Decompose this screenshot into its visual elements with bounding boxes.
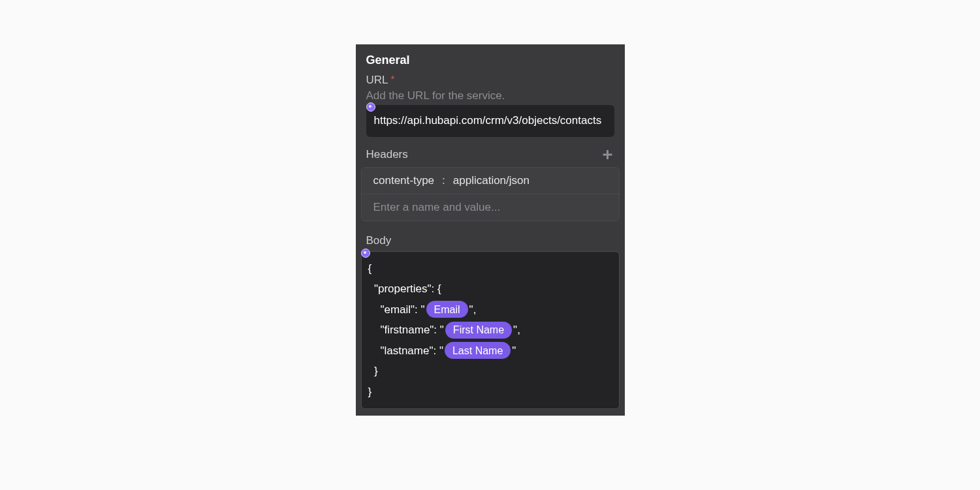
headers-table: content-type : application/json Enter a … [361, 167, 620, 221]
section-title: General [356, 44, 625, 74]
required-asterisk-icon: * [391, 73, 395, 84]
headers-header-row: Headers [356, 140, 625, 167]
plus-icon [601, 148, 614, 161]
header-row-empty[interactable]: Enter a name and value... [362, 194, 619, 221]
url-label-row: URL * [366, 74, 614, 87]
header-placeholder: Enter a name and value... [373, 201, 501, 214]
body-line: "email": "Email", [368, 299, 612, 320]
binding-indicator-icon[interactable] [361, 249, 370, 258]
header-value: application/json [453, 174, 530, 187]
body-line: } [368, 382, 612, 402]
header-separator: : [442, 174, 445, 187]
headers-label: Headers [366, 148, 408, 161]
body-label: Body [356, 224, 625, 251]
body-line: "lastname": "Last Name" [368, 341, 612, 361]
header-name: content-type [373, 174, 435, 187]
url-input[interactable]: https://api.hubapi.com/crm/v3/objects/co… [366, 105, 614, 137]
header-row[interactable]: content-type : application/json [362, 168, 619, 194]
url-label: URL [366, 74, 388, 87]
binding-indicator-icon[interactable] [366, 102, 375, 112]
chip-last-name[interactable]: Last Name [445, 342, 511, 359]
chip-email[interactable]: Email [426, 301, 468, 318]
body-input[interactable]: { "properties": { "email": "Email", "fir… [361, 251, 620, 409]
config-panel: General URL * Add the URL for the servic… [356, 44, 625, 416]
body-line: "firstname": "First Name", [368, 320, 612, 340]
body-line: "properties": { [368, 279, 612, 299]
add-header-button[interactable] [600, 147, 614, 162]
body-line: } [368, 361, 612, 381]
url-description: Add the URL for the service. [366, 89, 614, 102]
url-field-group: URL * Add the URL for the service. https… [356, 74, 625, 140]
body-line: { [368, 258, 612, 279]
chip-first-name[interactable]: First Name [445, 322, 512, 339]
